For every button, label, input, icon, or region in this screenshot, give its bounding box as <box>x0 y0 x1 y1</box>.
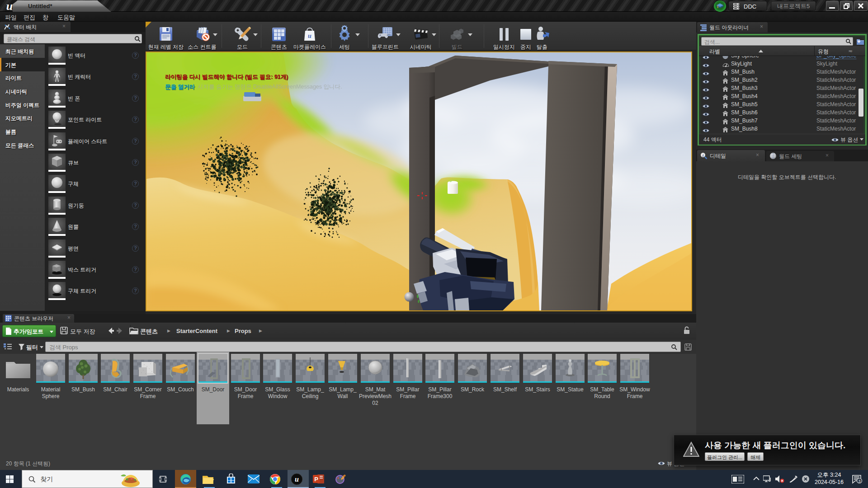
svg-text:시지를 숨기는 명령은 DisableAllScreenMe: 시지를 숨기는 명령은 DisableAllScreenMessages 입니다… <box>198 84 342 90</box>
svg-text:u: u <box>295 475 299 483</box>
svg-text:문을 열거라: 문을 열거라 <box>165 84 195 90</box>
svg-text:3: 3 <box>858 479 860 483</box>
svg-text:라이팅을 다시 빌드해야 합니다 (빌드 필요: 91개): 라이팅을 다시 빌드해야 합니다 (빌드 필요: 91개) <box>165 74 288 80</box>
svg-text:u: u <box>6 0 13 12</box>
svg-text:u: u <box>308 33 311 39</box>
svg-text:P: P <box>314 476 318 483</box>
